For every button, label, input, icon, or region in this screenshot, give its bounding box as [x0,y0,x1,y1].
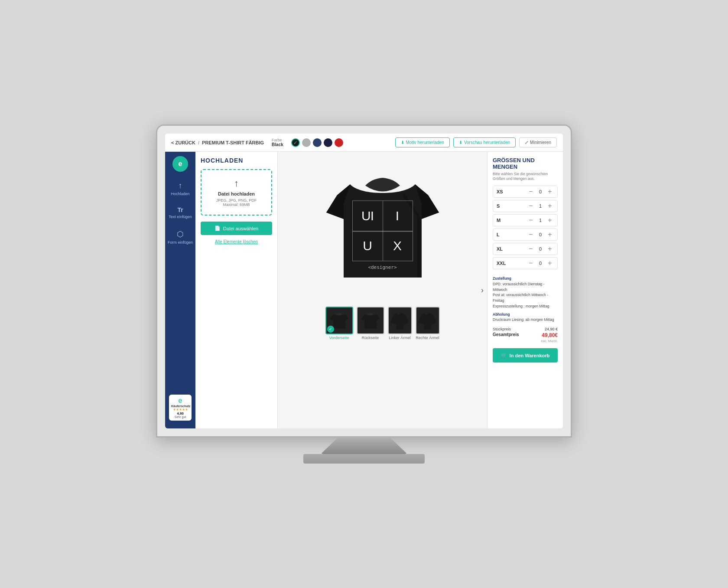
price-section: Stückpreis 24,90 € Gesamtpreis 49,80€ in… [493,327,558,343]
sizes-subtitle: Bitte wählen Sie die gewünschten Größen … [493,172,558,181]
size-label-xs: XS [497,189,509,194]
qty-controls-m: − 1 + [527,216,554,224]
swatch-black[interactable]: ✓ [291,138,300,147]
qty-plus-xs[interactable]: + [546,188,554,196]
monitor-wrapper: < ZURÜCK / PREMIUM T-SHIRT FÄRBIG Farbe … [147,124,581,464]
upload-panel: HOCHLADEN ↑ Datei hochladen JPEG, JPG, P… [195,152,278,428]
canvas-area: UI I U [278,152,487,428]
badge-label: Käuferschutz [171,405,189,408]
select-file-button[interactable]: 📄 Datei auswählen [201,222,272,235]
monitor-stand [321,438,407,454]
back-label[interactable]: < ZURÜCK [171,140,195,145]
upload-max-size: Maximal: 69MB [206,203,267,207]
total-price-label: Gesamtpreis [493,332,519,338]
swatch-red[interactable] [335,138,343,147]
sidebar-logo[interactable]: e [172,156,188,172]
sidebar-item-text[interactable]: Tr Text einfügen [165,202,195,223]
select-file-label: Datei auswählen [223,226,258,231]
qty-minus-s[interactable]: − [527,202,535,210]
swatch-gray[interactable] [302,138,311,147]
qty-plus-xxl[interactable]: + [546,259,554,267]
qty-plus-l[interactable]: + [546,231,554,238]
upload-formats: JPEG, JPG, PNG, PDF [206,198,267,203]
sidebar-item-shape[interactable]: ⬡ Form einfügen [165,225,195,249]
minimize-icon: ⤢ [525,140,528,145]
top-bar: < ZURÜCK / PREMIUM T-SHIRT FÄRBIG Farbe … [165,134,563,152]
shape-icon: ⬡ [177,229,184,239]
size-label-xxl: XXL [497,261,509,266]
main-content: e ↑ Hochladen Tr Text einfügen ⬡ Form ei… [165,152,563,428]
cart-btn-label: In den Warenkorb [510,353,550,358]
canvas-next-arrow[interactable]: › [481,286,484,295]
thumb-right-sleeve[interactable]: Rechte Ärmel [416,307,440,340]
thumbnails-row: ✓ Vorderseite Rü [325,307,440,340]
badge-quality: Sehr gut [171,415,189,418]
swatch-navy[interactable] [313,138,322,147]
upload-drop-zone[interactable]: ↑ Datei hochladen JPEG, JPG, PNG, PDF Ma… [201,169,272,216]
thumb-sleeve-svg [390,309,410,332]
qty-plus-s[interactable]: + [546,202,554,210]
thumb-back-img[interactable] [357,307,384,334]
sizes-title: GRÖSSEN UND MENGEN [493,157,558,170]
qty-value-xxl: 0 [537,261,543,266]
minimize-button[interactable]: ⤢ Minimieren [519,137,557,147]
qty-controls-xxl: − 0 + [527,259,554,267]
add-to-cart-button[interactable]: 🛒 In den Warenkorb [493,348,558,363]
color-value: Black [272,142,283,147]
sidebar-item-upload[interactable]: ↑ Hochladen [165,177,195,200]
qty-value-xl: 0 [537,246,543,252]
thumb-front[interactable]: ✓ Vorderseite [325,307,353,340]
qty-minus-xs[interactable]: − [527,188,535,196]
pickup-heading: Abholung [493,312,558,317]
qty-controls-xs: − 0 + [527,188,554,196]
qty-controls-s: − 1 + [527,202,554,210]
qty-plus-m[interactable]: + [546,216,554,224]
logo-letter: e [179,160,182,168]
minimize-label: Minimieren [530,140,551,145]
qty-minus-xxl[interactable]: − [527,259,535,267]
shape-label: Form einfügen [168,240,193,245]
download-icon: ⬇ [401,140,404,145]
size-row-xxl: XXL − 0 + [493,257,558,269]
total-price-row: Gesamtpreis 49,80€ [493,332,558,338]
thumb-right-sleeve-svg [418,309,438,332]
thumb-back[interactable]: Rückseite [357,307,384,340]
swatch-darknavy[interactable] [324,138,332,147]
delete-all-link[interactable]: Alle Elemente löschen [201,239,272,244]
upload-drop-title: Datei hochladen [206,191,267,196]
qty-minus-xl[interactable]: − [527,245,535,253]
top-right-buttons: ⬇ Motiv herunterladen ⬇ Vorschau herunte… [395,137,557,147]
upload-label: Hochladen [171,192,189,196]
download-motiv-button[interactable]: ⬇ Motiv herunterladen [395,137,450,147]
thumb-left-sleeve[interactable]: Linker Ärmel [388,307,412,340]
thumb-right-sleeve-img[interactable] [416,307,440,334]
qty-minus-l[interactable]: − [527,231,535,238]
thumb-front-img[interactable]: ✓ [325,307,353,334]
unit-price-value: 24,90 € [545,327,558,331]
upload-drop-icon: ↑ [206,178,267,189]
buyer-protection-badge: e Käuferschutz ★★★★★ 4,93 Sehr gut [169,395,192,421]
size-label-l: L [497,232,509,237]
unit-price-row: Stückpreis 24,90 € [493,327,558,331]
thumb-left-sleeve-img[interactable] [388,307,412,334]
download-preview-button[interactable]: ⬇ Vorschau herunterladen [453,137,516,147]
upload-title: HOCHLADEN [201,157,272,164]
qty-value-l: 0 [537,232,543,237]
qty-value-m: 1 [537,218,543,223]
size-row-s: S − 1 + [493,200,558,212]
monitor-foot [303,454,425,464]
breadcrumb[interactable]: < ZURÜCK / PREMIUM T-SHIRT FÄRBIG [171,140,264,145]
download-preview-label: Vorschau herunterladen [464,140,510,145]
size-row-xs: XS − 0 + [493,186,558,198]
upload-icon: ↑ [179,181,182,190]
price-note: inkl. MwSt. [493,339,558,343]
thumb-check-icon: ✓ [327,326,334,333]
qty-plus-xl[interactable]: + [546,245,554,253]
sidebar: e ↑ Hochladen Tr Text einfügen ⬡ Form ei… [165,152,195,428]
download-preview-icon: ⬇ [459,140,462,145]
qty-minus-m[interactable]: − [527,216,535,224]
badge-score: 4,93 [171,412,189,415]
thumb-back-svg [360,310,381,331]
qty-value-xs: 0 [537,189,543,194]
tshirt-svg [318,158,448,301]
